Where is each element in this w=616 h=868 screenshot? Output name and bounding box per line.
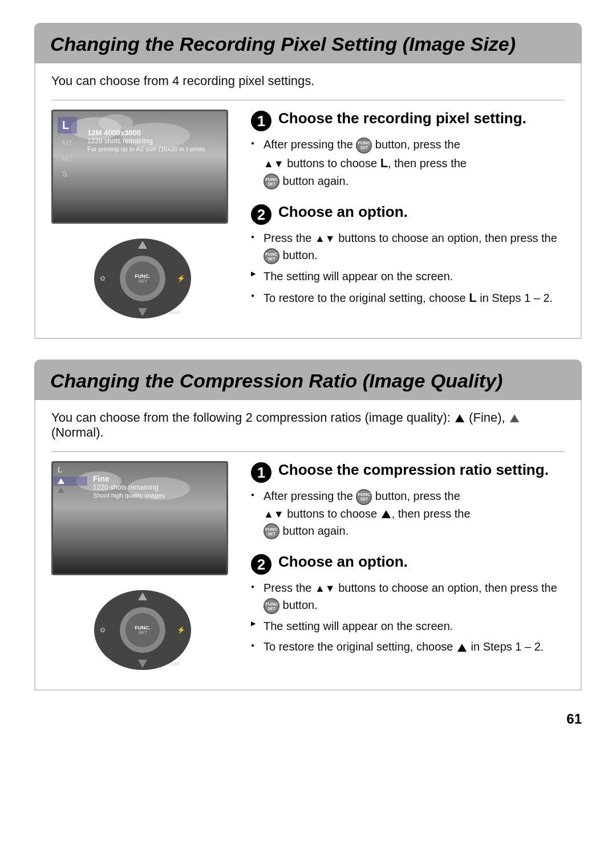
section1-content: L M1 M2 S 12M 4000x300 [51,110,565,324]
section1-step2-title: Choose an option. [278,203,408,221]
dial-inner-1: FUNC. SET [120,256,165,301]
cam-shots-text: 1220 shots remaining [87,137,205,145]
cam-model-text: 12M 4000x3000 [87,128,205,137]
section1-step1-header: 1 Choose the recording pixel setting. [251,110,565,131]
updown-icon-4: ▲▼ [315,583,335,594]
section1: Changing the Recording Pixel Setting (Im… [34,23,582,339]
section1-step2-bullet1: Press the ▲▼ buttons to choose an option… [251,229,565,264]
section2-step2-bullet3: To restore the original setting, choose … [251,638,565,655]
func-icon-inline-1: FUNCSET [356,138,372,154]
L-choice-2: L [469,290,476,305]
section1-step1-title: Choose the recording pixel setting. [278,110,526,127]
cam-menu-list: L M1 M2 S [58,117,77,180]
section2-step2-num: 2 [251,554,271,575]
section1-title: Changing the Recording Pixel Setting (Im… [50,33,566,55]
section1-step1-num: 1 [251,111,271,131]
section2-step2-header: 2 Choose an option. [251,553,565,575]
section2-step2-title: Choose an option. [278,553,408,571]
dial-left-icon-1: ✿ [100,274,106,282]
camera-screen-2: L Fine 1220 shots remaining [51,461,228,575]
dial-right-icon-1: ⚡ [177,274,185,282]
func-btn-2: ✿ ⚡ DISP. FUNC. SET [86,584,200,676]
dial-outer-2: ✿ ⚡ DISP. FUNC. SET [94,590,191,670]
section2-title: Changing the Compression Ratio (Image Qu… [50,370,566,392]
func-icon-inline-6: FUNCSET [264,598,279,614]
func-icon-inline-3: FUNCSET [264,248,279,264]
section2: Changing the Compression Ratio (Image Qu… [34,360,582,691]
section2-step1-bullets: After pressing the FUNCSET button, press… [251,487,565,539]
dial-set-text-1: SET [138,279,147,284]
fine-tri-step2 [457,644,467,652]
cam-menu-M1: M1 [58,137,77,149]
section1-step2: 2 Choose an option. Press the ▲▼ buttons… [251,203,565,307]
updown-icon-1: ▲▼ [264,158,284,169]
cam-info: 12M 4000x3000 1220 shots remaining For p… [87,128,205,153]
cam-quality-menu: L [53,463,87,495]
dial-center-1: FUNC. SET [125,261,160,296]
cam-S-label: S [62,169,67,178]
dial-set-text-2: SET [138,631,147,635]
func-dial-1: ✿ ⚡ DISP. FUNC. SET [94,239,191,318]
dial-outer-1: ✿ ⚡ DISP. FUNC. SET [94,239,191,318]
section1-intro: You can choose from 4 recording pixel se… [51,74,565,88]
dial-arrow-up-2 [138,592,147,600]
cam-menu-L: L [58,117,77,134]
section2-body: You can choose from the following 2 comp… [34,400,582,691]
func-icon-inline-2: FUNCSET [264,173,279,189]
cam-quality-fine-row [53,477,87,486]
cam-fine-shots: 1220 shots remaining [93,483,165,491]
section2-right: 1 Choose the compression ratio setting. … [251,461,565,676]
dial-arrow-down-2 [138,660,147,668]
func-icon-inline-4: FUNCSET [356,489,372,505]
dial-arrow-down-1 [138,308,147,316]
section2-step1: 1 Choose the compression ratio setting. … [251,461,565,539]
section2-step1-num: 1 [251,462,271,483]
dial-disp-label-1: DISP. [169,310,181,315]
cam-fine-info: Fine 1220 shots remaining Shoot high qua… [93,474,165,499]
cam-fine-desc: Shoot high quality images [93,491,165,499]
section1-step1-bullets: After pressing the FUNCSET button, press… [251,136,565,189]
camera-screen-1: L M1 M2 S 12M 4000x300 [51,110,228,224]
section2-content: L Fine 1220 shots remaining [51,461,565,676]
section2-step2-bullets: Press the ▲▼ buttons to choose an option… [251,579,565,655]
dial-left-icon-2: ✿ [100,626,106,634]
func-dial-2: ✿ ⚡ DISP. FUNC. SET [94,590,191,670]
cam-note-text: For printing up to A2 size (16x20 in.) p… [87,145,205,153]
section2-step2: 2 Choose an option. Press the ▲▼ buttons… [251,553,565,655]
updown-icon-3: ▲▼ [264,508,284,520]
normal-tri-intro [510,414,519,422]
cam-M2-label: M2 [62,154,72,163]
section1-step2-num: 2 [251,204,271,225]
cam-L-label: L [62,119,69,132]
divider2 [51,451,565,452]
section1-step1: 1 Choose the recording pixel setting. Af… [251,110,565,189]
section2-header: Changing the Compression Ratio (Image Qu… [34,360,582,400]
fine-tri-icon-menu [58,478,64,484]
L-choice-1: L [380,156,388,170]
section2-step1-body: After pressing the FUNCSET button, press… [251,487,565,539]
section1-body: You can choose from 4 recording pixel se… [34,63,582,339]
normal-tri-icon-menu [58,487,64,493]
section1-step2-body: Press the ▲▼ buttons to choose an option… [251,229,565,307]
divider1 [51,100,565,100]
section2-left: L Fine 1220 shots remaining [51,461,234,676]
section1-step1-bullet1: After pressing the FUNCSET button, press… [251,136,565,189]
cam-quality-L: L [53,463,87,477]
cam-menu-S: S [58,168,77,180]
cam-M1-label: M1 [62,139,72,147]
fine-tri-step1 [382,510,391,518]
cam-quality-normal-row [53,486,87,495]
dial-inner-2: FUNC. SET [120,607,165,653]
section1-step2-bullets: Press the ▲▼ buttons to choose an option… [251,229,565,307]
section1-step2-bullet3: To restore to the original setting, choo… [251,288,565,307]
section2-step1-header: 1 Choose the compression ratio setting. [251,461,565,483]
section2-intro: You can choose from the following 2 comp… [51,410,565,440]
cam-menu-M2: M2 [58,152,77,164]
dial-right-icon-2: ⚡ [177,626,185,634]
section2-step2-body: Press the ▲▼ buttons to choose an option… [251,579,565,655]
section1-step1-body: After pressing the FUNCSET button, press… [251,136,565,189]
func-btn-1: ✿ ⚡ DISP. FUNC. SET [86,233,200,324]
section1-right: 1 Choose the recording pixel setting. Af… [251,110,565,324]
section2-step2-bullet1: Press the ▲▼ buttons to choose an option… [251,579,565,614]
section2-step1-title: Choose the compression ratio setting. [278,461,549,479]
